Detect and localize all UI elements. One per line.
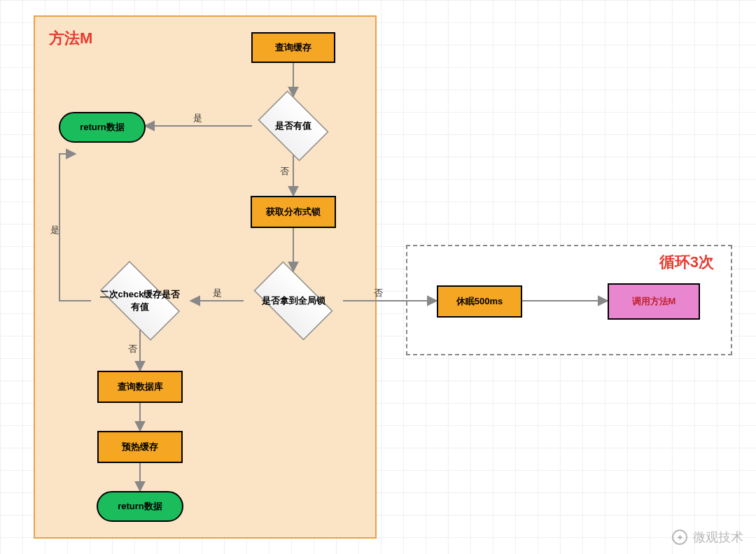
container-method-m: 方法M — [34, 15, 377, 539]
node-label: 查询缓存 — [275, 42, 312, 54]
watermark-text: 微观技术 — [693, 529, 743, 546]
container-method-m-title: 方法M — [49, 28, 92, 49]
node-sleep-500ms: 休眠500ms — [437, 285, 522, 318]
node-get-lock: 获取分布式锁 — [251, 196, 336, 228]
edge-label-yes: 是 — [213, 287, 222, 299]
edge-label-yes: 是 — [50, 224, 59, 236]
wechat-icon: ✦ — [672, 530, 687, 545]
node-return-bottom: return数据 — [97, 491, 183, 522]
edge-label-yes: 是 — [193, 112, 202, 125]
node-label: return数据 — [118, 501, 162, 513]
node-label: return数据 — [80, 122, 125, 134]
edge-label-no: 否 — [280, 165, 289, 178]
node-return-top: return数据 — [59, 112, 146, 143]
node-query-cache: 查询缓存 — [251, 32, 335, 63]
watermark: ✦ 微观技术 — [672, 529, 743, 546]
node-warm-cache: 预热缓存 — [97, 431, 183, 463]
container-loop-title: 循环3次 — [659, 252, 714, 273]
node-label: 预热缓存 — [122, 441, 158, 453]
edge-label-no: 否 — [128, 343, 137, 355]
edge-label-no: 否 — [374, 287, 383, 299]
node-label: 查询数据库 — [118, 381, 163, 393]
diagram-canvas: 方法M 循环3次 — [0, 0, 756, 554]
node-call-method-m: 调用方法M — [608, 283, 700, 320]
node-query-db: 查询数据库 — [97, 371, 183, 403]
node-label: 调用方法M — [632, 296, 676, 308]
node-label: 休眠500ms — [456, 296, 503, 308]
node-label: 获取分布式锁 — [266, 206, 321, 218]
